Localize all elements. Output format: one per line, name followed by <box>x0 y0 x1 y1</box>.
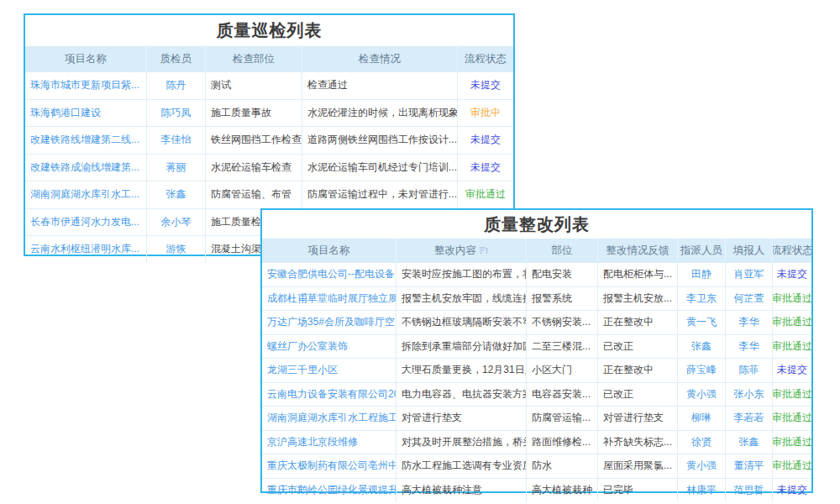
table-row: 重庆市鹅岭公园绿化景观提升...高大植被栽种注意高大植被栽种已完毕林康平范思哲未… <box>262 478 811 502</box>
project-name-link[interactable]: 重庆市鹅岭公园绿化景观提升... <box>262 479 396 502</box>
table-row: 珠海鹤港口建设陈巧凤施工质量事故水泥砼灌注的时候，出现离析现象审批中 <box>25 99 513 127</box>
column-header-inspector: 质检员 <box>147 46 206 71</box>
project-name-link[interactable]: 湖南洞庭湖水库引水工程施工标 <box>262 407 396 430</box>
feedback-cell: 屋面采用聚氯... <box>598 454 678 478</box>
assignee-name[interactable]: 田静 <box>678 263 726 286</box>
table-row: 改建铁路线增建第二线...李佳怡铁丝网围挡工作检查道路两侧铁丝网围挡工作按设计.… <box>25 126 513 154</box>
reporter-name[interactable]: 何芷萱 <box>726 287 773 311</box>
project-name-link[interactable]: 长春市伊通河水力发电... <box>25 209 147 236</box>
rectification-table-header: 项目名称 整改内容 部位 整改情况反馈 指派人员 填报人 流程状态 <box>262 239 811 262</box>
assignee-name[interactable]: 张鑫 <box>678 335 726 359</box>
rectify-content-cell: 拆除到承重墙部分请做好加固... <box>396 335 527 359</box>
inspector-name[interactable]: 余小琴 <box>147 209 206 236</box>
check-situation-cell: 水泥砼灌注的时候，出现离析现象 <box>302 100 458 127</box>
project-name-link[interactable]: 珠海鹤港口建设 <box>25 100 147 127</box>
rectification-table-title: 质量整改列表 <box>262 210 811 239</box>
assignee-name[interactable]: 林康平 <box>678 479 726 502</box>
project-name-link[interactable]: 安徽合肥供电公司--配电设备... <box>262 263 396 286</box>
assignee-name[interactable]: 黄小强 <box>678 454 726 478</box>
rectify-content-cell: 防水工程施工选调有专业资质... <box>396 454 527 478</box>
table-row: 万达广场35#会所及咖啡厅空...不锈钢边框玻璃隔断安装不牢...不锈钢安装..… <box>262 310 811 334</box>
reporter-name[interactable]: 李华 <box>726 335 773 359</box>
project-name-link[interactable]: 成都杜甫草堂临时展厅独立展... <box>262 287 396 311</box>
feedback-cell: 对管进行垫支 <box>598 407 678 430</box>
part-cell: 路面维修检... <box>527 431 598 454</box>
part-cell: 防水 <box>527 454 598 478</box>
feedback-cell: 报警主机安放... <box>598 287 678 311</box>
rectify-content-cell: 对管进行垫支 <box>396 407 527 430</box>
status-badge: 审批通过 <box>773 383 811 407</box>
sort-icon <box>480 246 488 255</box>
status-badge: 审批中 <box>458 100 513 127</box>
inspector-name[interactable]: 游恢 <box>147 236 206 263</box>
reporter-name[interactable]: 肖亚军 <box>726 263 773 286</box>
assignee-name[interactable]: 薛宝峰 <box>678 359 726 382</box>
column-header-reporter: 填报人 <box>726 239 773 262</box>
check-situation-cell: 水泥砼运输车司机经过专门培训... <box>302 155 458 181</box>
table-row: 重庆太极制药有限公司亳州中...防水工程施工选调有专业资质...防水屋面采用聚氯… <box>262 454 811 478</box>
table-row: 云南电力设备安装有限公司20...电力电容器、电抗器安装方案...电容器安装..… <box>262 382 811 407</box>
check-part-cell: 铁丝网围挡工作检查 <box>206 127 302 154</box>
project-name-link[interactable]: 螺丝厂办公室装饰 <box>262 335 396 359</box>
status-badge: 审批通过 <box>773 454 811 478</box>
feedback-cell: 已改正 <box>598 335 678 359</box>
status-badge: 审批通过 <box>773 335 811 359</box>
reporter-name[interactable]: 范思哲 <box>726 479 773 502</box>
project-name-link[interactable]: 改建铁路成渝线增建第... <box>25 155 147 181</box>
rectify-content-cell: 对其及时开展整治措施，桥头... <box>396 431 527 454</box>
column-header-flow-status: 流程状态 <box>773 239 811 262</box>
project-name-link[interactable]: 云南水利枢纽潜明水库... <box>25 236 147 263</box>
project-name-link[interactable]: 万达广场35#会所及咖啡厅空... <box>262 311 396 334</box>
project-name-link[interactable]: 京沪高速北京段维修 <box>262 431 396 454</box>
project-name-link[interactable]: 改建铁路线增建第二线... <box>25 127 147 154</box>
feedback-cell: 正在整改中 <box>598 359 678 382</box>
status-badge: 未提交 <box>773 479 811 502</box>
rectify-content-cell: 不锈钢边框玻璃隔断安装不牢... <box>396 311 527 334</box>
column-header-rectify-content-label: 整改内容 <box>434 244 476 258</box>
table-row: 成都杜甫草堂临时展厅独立展...报警主机安放牢固，线缆连接...报警系统报警主机… <box>262 286 811 311</box>
assignee-name[interactable]: 黄小强 <box>678 383 726 407</box>
assignee-name[interactable]: 李卫东 <box>678 287 726 311</box>
column-header-project-name: 项目名称 <box>262 239 396 262</box>
inspection-table-header: 项目名称 质检员 检查部位 检查情况 流程状态 <box>25 46 513 71</box>
table-row: 螺丝厂办公室装饰拆除到承重墙部分请做好加固...二至三楼混...已改正张鑫李华审… <box>262 334 811 359</box>
part-cell: 不锈钢安装... <box>527 311 598 334</box>
assignee-name[interactable]: 徐贤 <box>678 431 726 454</box>
reporter-name[interactable]: 董清平 <box>726 454 773 478</box>
part-cell: 电容器安装... <box>527 383 598 407</box>
reporter-name[interactable]: 李华 <box>726 311 773 334</box>
inspector-name[interactable]: 陈丹 <box>147 72 206 99</box>
status-badge: 审批通过 <box>458 181 513 208</box>
assignee-name[interactable]: 柳琳 <box>678 407 726 430</box>
part-cell: 二至三楼混... <box>527 335 598 359</box>
inspector-name[interactable]: 张鑫 <box>147 181 206 208</box>
feedback-cell: 配电柜柜体与... <box>598 263 678 286</box>
rectify-content-cell: 电力电容器、电抗器安装方案... <box>396 383 527 407</box>
inspector-name[interactable]: 陈巧凤 <box>147 100 206 127</box>
feedback-cell: 补齐缺失标志... <box>598 431 678 454</box>
project-name-link[interactable]: 云南电力设备安装有限公司20... <box>262 383 396 407</box>
table-row: 京沪高速北京段维修对其及时开展整治措施，桥头...路面维修检...补齐缺失标志.… <box>262 430 811 454</box>
reporter-name[interactable]: 张鑫 <box>726 431 773 454</box>
reporter-name[interactable]: 张小东 <box>726 383 773 407</box>
column-header-rectify-content[interactable]: 整改内容 <box>396 239 527 262</box>
column-header-project-name: 项目名称 <box>25 46 147 71</box>
part-cell: 小区大门 <box>527 359 598 382</box>
project-name-link[interactable]: 湖南洞庭湖水库引水工... <box>25 181 147 208</box>
part-cell: 报警系统 <box>527 287 598 311</box>
project-name-link[interactable]: 珠海市城市更新项目紫... <box>25 72 147 99</box>
inspection-table-title: 质量巡检列表 <box>25 15 513 46</box>
project-name-link[interactable]: 重庆太极制药有限公司亳州中... <box>262 454 396 478</box>
reporter-name[interactable]: 李若若 <box>726 407 773 430</box>
status-badge: 未提交 <box>773 263 811 286</box>
status-badge: 未提交 <box>458 72 513 99</box>
project-name-link[interactable]: 龙湖三千里小区 <box>262 359 396 382</box>
rectification-table-card: 质量整改列表 项目名称 整改内容 部位 整改情况反馈 指派人员 填报人 流程状态 <box>260 208 813 493</box>
inspector-name[interactable]: 蒋丽 <box>147 155 206 181</box>
column-header-flow-status: 流程状态 <box>458 46 513 71</box>
inspector-name[interactable]: 李佳怡 <box>147 127 206 154</box>
reporter-name[interactable]: 陈菲 <box>726 359 773 382</box>
column-header-assignee: 指派人员 <box>678 239 726 262</box>
rectify-content-cell: 高大植被栽种注意 <box>396 479 527 502</box>
assignee-name[interactable]: 黄一飞 <box>678 311 726 334</box>
